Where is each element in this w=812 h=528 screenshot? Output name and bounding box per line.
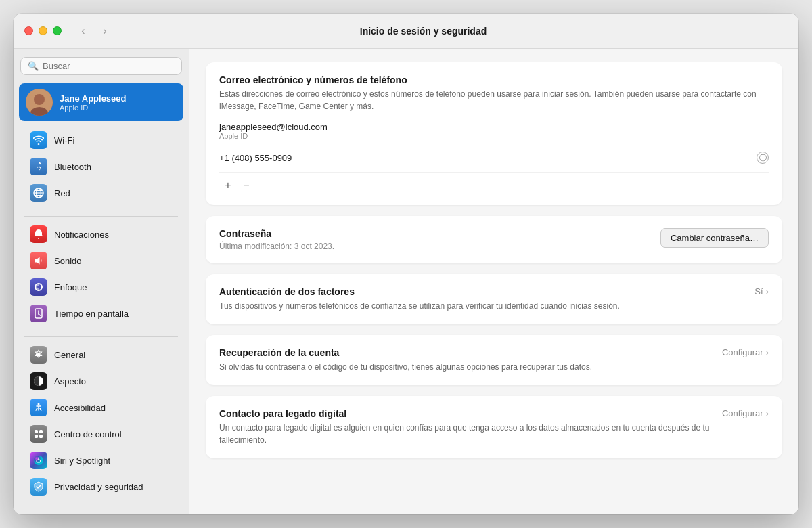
- recovery-chevron: ›: [766, 347, 769, 357]
- notifications-icon: [30, 225, 47, 243]
- sidebar-item-notifications[interactable]: Notificaciones: [19, 221, 183, 247]
- svg-rect-17: [39, 435, 43, 438]
- forward-arrow[interactable]: ›: [97, 23, 113, 39]
- two-factor-card: Autenticación de dos factores Tus dispos…: [206, 274, 782, 324]
- sidebar-item-controlcenter-label: Centro de control: [54, 429, 122, 439]
- legacy-configurar: Configurar: [722, 408, 763, 418]
- wifi-icon: [30, 131, 47, 149]
- two-factor-chevron: ›: [766, 286, 769, 296]
- two-factor-status-label: Sí: [754, 286, 763, 296]
- email-value: janeappleseed@icloud.com: [219, 122, 769, 132]
- sidebar-item-notifications-label: Notificaciones: [54, 229, 109, 240]
- two-factor-info: Autenticación de dos factores Tus dispos…: [219, 286, 749, 312]
- screentime-icon: [30, 305, 47, 322]
- phone-value: +1 (408) 555-0909: [219, 153, 292, 163]
- legacy-chevron: ›: [766, 408, 769, 418]
- sidebar-item-siri-label: Siri y Spotlight: [54, 456, 110, 466]
- user-info: Jane Appleseed Apple ID: [60, 93, 127, 112]
- recovery-card[interactable]: Recuperación de la cuenta Si olvidas tu …: [206, 335, 782, 385]
- avatar: [26, 89, 53, 116]
- legacy-description: Un contacto para legado digital es algui…: [219, 422, 722, 446]
- svg-point-1: [34, 94, 45, 105]
- svg-rect-16: [35, 435, 38, 438]
- password-last-modified: Última modificación: 3 oct 2023.: [219, 242, 334, 251]
- divider-2: [24, 336, 178, 337]
- sidebar-item-accessibility-label: Accesibilidad: [54, 403, 106, 413]
- appearance-icon: [30, 372, 47, 390]
- recovery-configurar: Configurar: [722, 347, 763, 357]
- main-window: ‹ › Inicio de sesión y seguridad 🔍: [14, 14, 798, 514]
- svg-line-10: [39, 314, 41, 315]
- two-factor-status: Sí ›: [754, 286, 769, 296]
- email-section-title: Correo electrónico y números de teléfono: [219, 74, 769, 85]
- sidebar-item-bluetooth[interactable]: Bluetooth: [19, 154, 183, 179]
- info-icon[interactable]: ⓘ: [757, 152, 769, 164]
- sidebar-item-wifi-label: Wi-Fi: [54, 135, 74, 146]
- sidebar-item-wifi[interactable]: Wi-Fi: [19, 127, 183, 153]
- sidebar-section-preferences: General Aspecto: [14, 341, 189, 500]
- phone-row: +1 (408) 555-0909 ⓘ: [219, 146, 769, 169]
- search-box[interactable]: 🔍: [20, 57, 182, 75]
- sidebar-item-general-label: General: [54, 350, 85, 360]
- svg-point-13: [38, 403, 40, 405]
- siri-icon: [30, 452, 47, 469]
- sidebar-item-network-label: Red: [54, 188, 70, 198]
- recovery-info: Recuperación de la cuenta Si olvidas tu …: [219, 347, 722, 373]
- email-row: janeappleseed@icloud.com Apple ID: [219, 122, 769, 140]
- sidebar-item-privacy-label: Privacidad y seguridad: [54, 482, 143, 492]
- two-factor-inner: Autenticación de dos factores Tus dispos…: [219, 286, 769, 312]
- sidebar: 🔍 Jane Appleseed Apple ID: [14, 49, 189, 514]
- window-title: Inicio de sesión y seguridad: [113, 26, 734, 37]
- add-remove-row: + −: [219, 172, 769, 193]
- general-icon: [30, 346, 47, 364]
- email-label: Apple ID: [219, 132, 769, 140]
- change-password-button[interactable]: Cambiar contraseña…: [660, 228, 769, 248]
- recovery-title: Recuperación de la cuenta: [219, 347, 722, 358]
- sidebar-item-controlcenter[interactable]: Centro de control: [19, 421, 183, 447]
- svg-rect-15: [39, 430, 43, 433]
- sidebar-item-sound[interactable]: Sonido: [19, 248, 183, 273]
- sidebar-item-siri[interactable]: Siri y Spotlight: [19, 447, 183, 473]
- sidebar-item-network[interactable]: Red: [19, 180, 183, 206]
- controlcenter-icon: [30, 425, 47, 443]
- traffic-lights: [24, 26, 62, 35]
- search-input[interactable]: [43, 61, 175, 71]
- focus-icon: [30, 278, 47, 296]
- close-button[interactable]: [24, 26, 33, 35]
- user-profile-item[interactable]: Jane Appleseed Apple ID: [19, 83, 183, 121]
- sidebar-item-accessibility[interactable]: Accesibilidad: [19, 395, 183, 420]
- main-content: Correo electrónico y números de teléfono…: [189, 49, 798, 514]
- sidebar-item-focus[interactable]: Enfoque: [19, 274, 183, 300]
- divider-1: [24, 216, 178, 217]
- sidebar-item-appearance[interactable]: Aspecto: [19, 368, 183, 394]
- sidebar-item-sound-label: Sonido: [54, 256, 81, 266]
- back-arrow[interactable]: ‹: [75, 23, 91, 39]
- legacy-info: Contacto para legado digital Un contacto…: [219, 408, 722, 446]
- network-icon: [30, 184, 47, 202]
- email-section-description: Estas direcciones de correo electrónico …: [219, 88, 769, 112]
- maximize-button[interactable]: [53, 26, 62, 35]
- legacy-title: Contacto para legado digital: [219, 408, 722, 419]
- password-info: Contraseña Última modificación: 3 oct 20…: [219, 228, 334, 251]
- sidebar-item-screentime[interactable]: Tiempo en pantalla: [19, 301, 183, 326]
- email-phone-card: Correo electrónico y números de teléfono…: [206, 62, 782, 205]
- user-name: Jane Appleseed: [60, 93, 127, 104]
- remove-button[interactable]: −: [238, 178, 255, 193]
- accessibility-icon: [30, 399, 47, 416]
- add-button[interactable]: +: [219, 178, 237, 193]
- two-factor-description: Tus dispositivos y números telefónicos d…: [219, 300, 749, 312]
- svg-rect-14: [35, 430, 38, 433]
- sidebar-item-focus-label: Enfoque: [54, 282, 87, 292]
- legacy-card[interactable]: Contacto para legado digital Un contacto…: [206, 396, 782, 458]
- sidebar-item-general[interactable]: General: [19, 342, 183, 368]
- recovery-action: Configurar ›: [722, 347, 769, 357]
- sidebar-section-network: Wi-Fi Bluetooth: [14, 127, 189, 206]
- titlebar: ‹ › Inicio de sesión y seguridad: [14, 14, 798, 49]
- navigation-arrows: ‹ ›: [75, 23, 113, 39]
- user-subtitle: Apple ID: [60, 104, 127, 112]
- search-icon: 🔍: [28, 61, 39, 71]
- sidebar-item-privacy[interactable]: Privacidad y seguridad: [19, 474, 183, 500]
- recovery-description: Si olvidas tu contraseña o el código de …: [219, 361, 722, 373]
- two-factor-title: Autenticación de dos factores: [219, 286, 749, 297]
- minimize-button[interactable]: [39, 26, 47, 35]
